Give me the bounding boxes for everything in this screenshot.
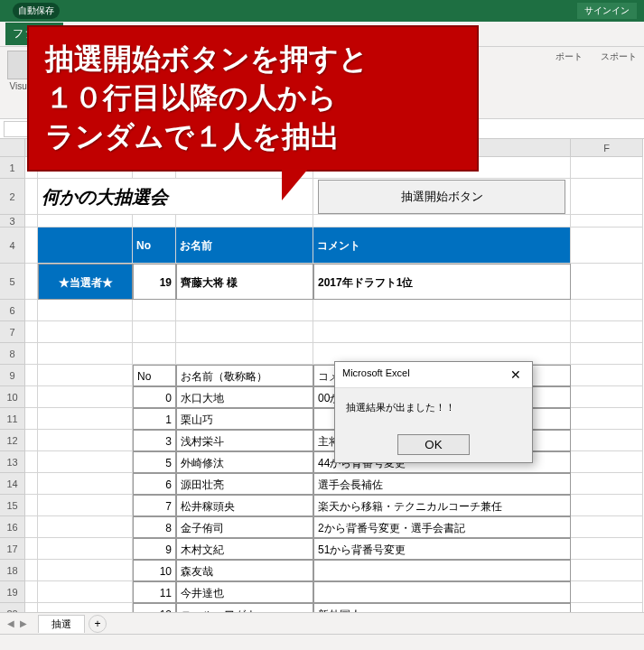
cell[interactable] xyxy=(571,560,643,581)
cell[interactable]: 6 xyxy=(133,473,176,495)
row-header[interactable]: 6 xyxy=(0,300,25,321)
cell[interactable]: 選手会長補佐 xyxy=(313,473,571,495)
cell[interactable] xyxy=(38,215,133,228)
cell[interactable] xyxy=(25,495,38,516)
cell[interactable] xyxy=(571,473,643,495)
row-header[interactable]: 2 xyxy=(0,179,25,215)
cell[interactable] xyxy=(571,179,643,215)
cell[interactable]: No xyxy=(133,365,176,386)
cell[interactable]: 8 xyxy=(133,516,176,538)
row-header[interactable]: 11 xyxy=(0,408,25,430)
cell[interactable] xyxy=(25,473,38,495)
row-header[interactable]: 4 xyxy=(0,228,25,264)
dialog-close-button[interactable]: ✕ xyxy=(507,367,525,382)
signin-button[interactable]: サインイン xyxy=(577,3,637,19)
row-header[interactable]: 15 xyxy=(0,495,25,516)
cell[interactable]: 1 xyxy=(133,408,176,430)
cell[interactable] xyxy=(571,228,643,264)
cell[interactable] xyxy=(571,516,643,538)
cell[interactable] xyxy=(571,157,643,179)
row-header[interactable]: 12 xyxy=(0,430,25,451)
row-header[interactable]: 17 xyxy=(0,538,25,560)
cell[interactable] xyxy=(571,538,643,560)
dialog-ok-button[interactable]: OK xyxy=(397,434,470,455)
lottery-start-button[interactable]: 抽選開始ボタン xyxy=(318,180,565,214)
cell[interactable]: 10 xyxy=(133,560,176,581)
cell[interactable] xyxy=(176,215,313,228)
cell[interactable]: 今井達也 xyxy=(176,581,313,603)
cell[interactable] xyxy=(571,264,643,300)
cell[interactable] xyxy=(25,365,38,386)
cell[interactable] xyxy=(38,365,133,386)
cell[interactable] xyxy=(571,215,643,228)
cell[interactable] xyxy=(133,321,176,343)
cell[interactable] xyxy=(571,300,643,321)
cell[interactable] xyxy=(571,386,643,408)
cell[interactable]: 51から背番号変更 xyxy=(313,538,571,560)
cell[interactable] xyxy=(38,516,133,538)
cell[interactable] xyxy=(38,343,133,365)
cell[interactable] xyxy=(38,581,133,603)
cell[interactable]: 源田壮亮 xyxy=(176,473,313,495)
cell[interactable] xyxy=(176,321,313,343)
cell[interactable]: 浅村栄斗 xyxy=(176,430,313,451)
cell[interactable] xyxy=(571,365,643,386)
cell[interactable]: 5 xyxy=(133,451,176,473)
cell[interactable] xyxy=(25,300,38,321)
row-header[interactable]: 16 xyxy=(0,516,25,538)
cell[interactable] xyxy=(25,430,38,451)
cell[interactable] xyxy=(38,451,133,473)
cell[interactable]: 2から背番号変更・選手会書記 xyxy=(313,516,571,538)
cell[interactable]: お名前（敬称略） xyxy=(176,365,313,386)
result-header-cell[interactable]: お名前 xyxy=(176,228,313,264)
cell[interactable]: 森友哉 xyxy=(176,560,313,581)
cell[interactable] xyxy=(38,473,133,495)
row-header[interactable]: 13 xyxy=(0,451,25,473)
cell[interactable] xyxy=(25,228,38,264)
sheet-tab-active[interactable]: 抽選 xyxy=(38,615,85,633)
cell[interactable] xyxy=(313,215,571,228)
autosave-toggle[interactable]: 自動保存 xyxy=(13,3,60,19)
col-header-F[interactable]: F xyxy=(571,139,643,157)
cell[interactable] xyxy=(313,321,571,343)
cell[interactable]: 11 xyxy=(133,581,176,603)
ribbon-export[interactable]: スポート xyxy=(601,51,637,63)
cell[interactable]: 19 xyxy=(133,264,176,300)
cell[interactable] xyxy=(571,581,643,603)
cell[interactable]: 松井稼頭央 xyxy=(176,495,313,516)
row-header[interactable]: 9 xyxy=(0,365,25,386)
cell[interactable] xyxy=(38,408,133,430)
cell[interactable]: 7 xyxy=(133,495,176,516)
row-header[interactable]: 10 xyxy=(0,386,25,408)
cell[interactable] xyxy=(313,581,571,603)
cell[interactable] xyxy=(571,321,643,343)
cell[interactable] xyxy=(25,408,38,430)
row-header[interactable]: 3 xyxy=(0,215,25,228)
cell[interactable]: 齊藤大将 様 xyxy=(176,264,313,300)
cell[interactable]: ★当選者★ xyxy=(38,264,133,300)
cell[interactable] xyxy=(571,430,643,451)
row-header[interactable]: 7 xyxy=(0,321,25,343)
cell[interactable] xyxy=(38,386,133,408)
cell[interactable] xyxy=(25,343,38,365)
cell[interactable]: 9 xyxy=(133,538,176,560)
ribbon-import[interactable]: ポート xyxy=(555,51,583,63)
cell[interactable] xyxy=(38,560,133,581)
cell[interactable]: 水口大地 xyxy=(176,386,313,408)
select-all-corner[interactable] xyxy=(0,139,25,157)
cell[interactable]: 外崎修汰 xyxy=(176,451,313,473)
cell[interactable]: 木村文紀 xyxy=(176,538,313,560)
cell[interactable]: 2017年ドラフト1位 xyxy=(313,264,571,300)
result-header-cell[interactable]: No xyxy=(133,228,176,264)
cell[interactable]: 楽天から移籍・テクニカルコーチ兼任 xyxy=(313,495,571,516)
cell[interactable] xyxy=(313,300,571,321)
cell[interactable] xyxy=(25,451,38,473)
cell[interactable] xyxy=(133,215,176,228)
cell[interactable] xyxy=(133,300,176,321)
cell[interactable]: 3 xyxy=(133,430,176,451)
cell[interactable] xyxy=(176,343,313,365)
cell[interactable] xyxy=(25,516,38,538)
cell[interactable]: 0 xyxy=(133,386,176,408)
cell[interactable] xyxy=(38,430,133,451)
row-header[interactable]: 5 xyxy=(0,264,25,300)
